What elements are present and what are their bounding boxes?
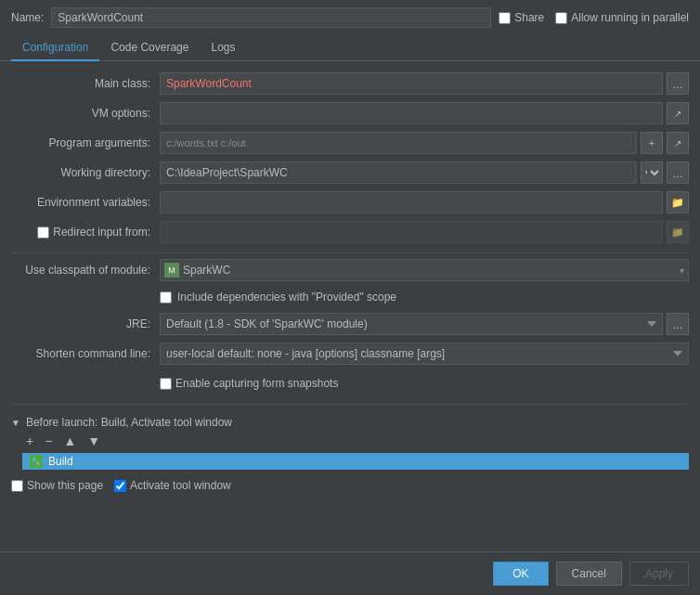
include-deps-row: Include dependencies with "Provided" sco… — [160, 287, 689, 307]
jre-label: JRE: — [11, 317, 160, 330]
vm-options-input[interactable] — [160, 102, 663, 124]
program-args-value: c:/words.txt c:/out — [166, 137, 630, 149]
capture-checkbox[interactable] — [160, 378, 172, 390]
program-args-wrapper: c:/words.txt c:/out — [160, 132, 637, 154]
remove-task-button[interactable]: − — [41, 433, 56, 449]
classpath-row: Use classpath of module: M SparkWC ▾ — [11, 257, 689, 283]
shorten-field: user-local default: none - java [options… — [160, 343, 689, 365]
tab-code-coverage[interactable]: Code Coverage — [99, 35, 200, 61]
activate-tool-label[interactable]: Activate tool window — [114, 479, 231, 492]
name-label: Name: — [11, 11, 44, 24]
show-page-label[interactable]: Show this page — [11, 479, 103, 492]
dialog: Name: Share Allow running in parallel Co… — [0, 0, 700, 595]
apply-button: Apply — [629, 562, 689, 586]
before-launch-label: Before launch: Build, Activate tool wind… — [26, 416, 232, 429]
working-dir-row: Working directory: ▾ ... — [11, 160, 689, 186]
divider-2 — [11, 404, 689, 405]
main-class-browse-button[interactable]: ... — [667, 72, 689, 95]
module-icon: M — [164, 263, 179, 278]
main-class-input[interactable] — [160, 72, 663, 95]
env-vars-label: Environment variables: — [11, 196, 160, 209]
vm-options-label: VM options: — [11, 107, 160, 120]
program-args-label: Program arguments: — [11, 136, 160, 149]
tab-configuration[interactable]: Configuration — [11, 35, 99, 61]
working-dir-field: ▾ ... — [160, 162, 689, 184]
env-vars-input[interactable] — [160, 191, 663, 213]
working-dir-dropdown[interactable]: ▾ — [641, 162, 663, 184]
redirect-label: Redirect input from: — [53, 226, 150, 239]
share-checkbox[interactable] — [499, 12, 511, 24]
working-dir-browse-button[interactable]: ... — [667, 162, 689, 184]
parallel-checkbox[interactable] — [555, 12, 567, 24]
include-deps-label[interactable]: Include dependencies with "Provided" sco… — [177, 291, 396, 304]
include-deps-checkbox[interactable] — [160, 291, 172, 304]
working-dir-label: Working directory: — [11, 166, 160, 179]
classpath-label: Use classpath of module: — [11, 264, 160, 277]
activate-tool-checkbox[interactable] — [114, 480, 126, 492]
env-vars-field: 📁 — [160, 191, 689, 213]
vm-options-row: VM options: ↗ — [11, 100, 689, 126]
divider-1 — [11, 252, 689, 253]
vm-options-field: ↗ — [160, 102, 689, 124]
show-page-row: Show this page Activate tool window — [11, 479, 689, 492]
header-right: Share Allow running in parallel — [499, 11, 689, 24]
redirect-row: Redirect input from: 📁 — [11, 219, 689, 245]
cancel-button[interactable]: Cancel — [556, 562, 622, 586]
footer: OK Cancel Apply — [0, 551, 700, 595]
move-down-button[interactable]: ▼ — [84, 433, 104, 449]
redirect-field: 📁 — [160, 221, 689, 243]
add-task-button[interactable]: + — [22, 433, 37, 449]
module-select-wrapper: M SparkWC ▾ — [160, 259, 689, 281]
classpath-field: M SparkWC ▾ — [160, 259, 689, 281]
redirect-input[interactable] — [160, 221, 663, 243]
share-checkbox-label[interactable]: Share — [499, 11, 544, 24]
shorten-select[interactable]: user-local default: none - java [options… — [160, 343, 689, 365]
build-item: 🔧 Build — [22, 453, 689, 470]
module-select[interactable]: SparkWC — [183, 264, 676, 277]
parallel-checkbox-label[interactable]: Allow running in parallel — [555, 11, 689, 24]
jre-field: Default (1.8 - SDK of 'SparkWC' module) … — [160, 313, 689, 335]
env-vars-browse-button[interactable]: 📁 — [667, 191, 689, 213]
before-launch-toolbar: + − ▲ ▼ — [22, 433, 689, 449]
jre-select[interactable]: Default (1.8 - SDK of 'SparkWC' module) — [160, 313, 663, 335]
jre-row: JRE: Default (1.8 - SDK of 'SparkWC' mod… — [11, 311, 689, 337]
env-vars-row: Environment variables: 📁 — [11, 189, 689, 215]
program-args-add-button[interactable]: + — [641, 132, 663, 154]
shorten-row: Shorten command line: user-local default… — [11, 341, 689, 367]
ok-button[interactable]: OK — [493, 562, 548, 586]
move-up-button[interactable]: ▲ — [59, 433, 80, 449]
main-class-field: ... — [160, 72, 689, 95]
section-arrow-icon: ▼ — [11, 418, 20, 428]
build-icon: 🔧 — [30, 455, 43, 468]
before-launch-section[interactable]: ▼ Before launch: Build, Activate tool wi… — [11, 416, 689, 429]
main-class-row: Main class: ... — [11, 71, 689, 97]
build-label: Build — [48, 455, 73, 468]
program-args-row: Program arguments: c:/words.txt c:/out +… — [11, 130, 689, 156]
tab-logs[interactable]: Logs — [200, 35, 246, 61]
redirect-checkbox[interactable] — [37, 226, 49, 239]
content-area: Main class: ... VM options: ↗ Program ar… — [0, 61, 700, 551]
main-class-label: Main class: — [11, 77, 160, 90]
capture-row: Enable capturing form snapshots — [11, 370, 689, 396]
program-args-field: c:/words.txt c:/out + ↗ — [160, 132, 689, 154]
capture-label[interactable]: Enable capturing form snapshots — [175, 377, 338, 390]
show-page-checkbox[interactable] — [11, 480, 23, 492]
program-args-expand-button[interactable]: ↗ — [667, 132, 689, 154]
jre-browse-button[interactable]: ... — [667, 313, 689, 335]
tabs-bar: Configuration Code Coverage Logs — [0, 35, 700, 61]
shorten-label: Shorten command line: — [11, 347, 160, 360]
capture-field: Enable capturing form snapshots — [160, 377, 689, 390]
redirect-browse-button[interactable]: 📁 — [667, 221, 689, 243]
working-dir-input[interactable] — [160, 162, 637, 184]
vm-options-expand-button[interactable]: ↗ — [667, 102, 689, 124]
name-input[interactable] — [51, 7, 491, 28]
header-row: Name: Share Allow running in parallel — [0, 0, 700, 35]
module-dropdown-arrow: ▾ — [680, 265, 684, 276]
